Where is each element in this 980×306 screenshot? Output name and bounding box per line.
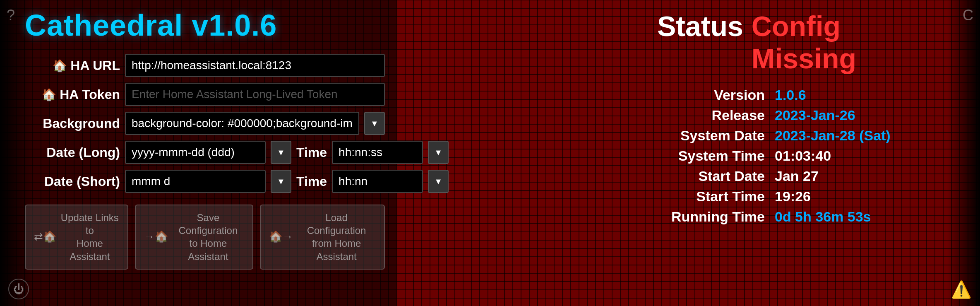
status-header: Status Config Missing [657, 10, 939, 75]
form-section: 🏠 HA URL 🏠 HA Token Background Date (Lon [25, 54, 385, 193]
date-long-label: Date (Long) [25, 145, 120, 160]
background-label: Background [25, 116, 120, 131]
status-row: Version1.0.6 [657, 87, 939, 103]
status-row: System Time01:03:40 [657, 148, 939, 164]
buttons-row: ⇄🏠 Update Links toHome Assistant →🏠 Save… [25, 205, 385, 270]
vignette-right [947, 0, 980, 306]
status-row-value: 1.0.6 [775, 87, 806, 103]
status-row-label: Release [657, 107, 765, 123]
ha-url-icon: 🏠 [53, 59, 67, 72]
ha-token-input[interactable] [125, 83, 385, 106]
time-input-1[interactable] [332, 141, 423, 164]
time-dropdown-1[interactable] [428, 141, 449, 164]
status-row-label: Start Time [657, 188, 765, 205]
status-row-label: System Date [657, 128, 765, 144]
update-links-icon: ⇄🏠 [34, 230, 56, 244]
background-input[interactable] [125, 112, 359, 135]
status-row-value: 19:26 [775, 188, 811, 205]
date-long-dropdown[interactable] [271, 141, 291, 164]
date-short-input[interactable] [125, 170, 266, 193]
save-config-button[interactable]: →🏠 Save Configurationto Home Assistant [135, 205, 253, 270]
status-row-value: 2023-Jan-26 [775, 107, 855, 123]
load-config-icon: 🏠→ [269, 230, 293, 244]
right-panel: Status Config Missing Version1.0.6Releas… [649, 0, 947, 306]
status-row-value: 2023-Jan-28 (Sat) [775, 128, 891, 144]
date-short-label: Date (Short) [25, 174, 120, 189]
time-label-1: Time [296, 145, 327, 160]
time-label-2: Time [296, 174, 327, 189]
status-row-label: Version [657, 87, 765, 103]
date-short-dropdown[interactable] [271, 170, 291, 193]
status-title: Status [657, 10, 743, 42]
status-row: Start DateJan 27 [657, 168, 939, 184]
close-icon[interactable]: C [963, 7, 973, 24]
status-row-value: 0d 5h 36m 53s [775, 209, 871, 225]
warning-icon[interactable]: ⚠️ [951, 280, 972, 299]
status-config-missing: Config Missing [752, 10, 939, 75]
save-config-icon: →🏠 [144, 230, 168, 244]
time-input-2[interactable] [332, 170, 423, 193]
time-dropdown-2[interactable] [428, 170, 449, 193]
bottom-icons: ⏻ [8, 279, 29, 299]
status-row-value: Jan 27 [775, 168, 819, 184]
ha-token-label: 🏠 HA Token [25, 87, 120, 102]
ha-url-label: 🏠 HA URL [25, 58, 120, 73]
ha-token-icon: 🏠 [42, 88, 56, 101]
date-long-input[interactable] [125, 141, 266, 164]
ha-token-row: 🏠 HA Token [25, 83, 385, 106]
load-config-button[interactable]: 🏠→ Load Configurationfrom Home Assistant [260, 205, 385, 270]
left-panel: Catheedral v1.0.6 🏠 HA URL 🏠 HA Token Ba… [0, 0, 397, 306]
ha-url-input[interactable] [125, 54, 385, 77]
status-row: Running Time0d 5h 36m 53s [657, 209, 939, 225]
status-row: Release2023-Jan-26 [657, 107, 939, 123]
status-row: System Date2023-Jan-28 (Sat) [657, 128, 939, 144]
status-row-label: Start Date [657, 168, 765, 184]
status-row-label: System Time [657, 148, 765, 164]
date-long-row: Date (Long) Time [25, 141, 385, 164]
status-rows: Version1.0.6Release2023-Jan-26System Dat… [657, 87, 939, 225]
background-dropdown[interactable] [364, 112, 385, 135]
help-icon[interactable]: ? [7, 7, 15, 24]
background-row: Background [25, 112, 385, 135]
app-title: Catheedral v1.0.6 [25, 8, 385, 42]
power-icon[interactable]: ⏻ [8, 279, 29, 299]
ha-url-row: 🏠 HA URL [25, 54, 385, 77]
update-links-button[interactable]: ⇄🏠 Update Links toHome Assistant [25, 205, 128, 270]
status-row: Start Time19:26 [657, 188, 939, 205]
status-row-value: 01:03:40 [775, 148, 831, 164]
status-row-label: Running Time [657, 209, 765, 225]
date-short-row: Date (Short) Time [25, 170, 385, 193]
